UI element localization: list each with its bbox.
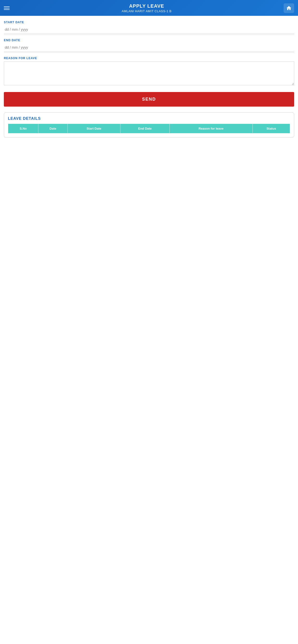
header-center: APPLY LEAVE AMLANI HARIT AMIT CLASS-1 B	[10, 3, 284, 13]
start-date-divider	[4, 34, 294, 35]
page-title: APPLY LEAVE	[10, 3, 284, 9]
leave-table-head: S.NoDateStart DateEnd DateReason for lea…	[8, 124, 290, 134]
leave-details-title: LEAVE DETAILS	[8, 116, 290, 121]
reason-label: REASON FOR LEAVE	[4, 56, 294, 60]
table-header-1: Date	[38, 124, 68, 134]
reason-group: REASON FOR LEAVE	[4, 56, 294, 86]
end-date-divider	[4, 52, 294, 53]
home-button[interactable]	[284, 3, 294, 13]
send-button[interactable]: SEND	[4, 92, 294, 106]
start-date-label: START DATE	[4, 20, 294, 24]
start-date-input[interactable]	[4, 26, 294, 34]
leave-table-header-row: S.NoDateStart DateEnd DateReason for lea…	[8, 124, 290, 134]
table-header-3: End Date	[120, 124, 169, 134]
student-info: AMLANI HARIT AMIT CLASS-1 B	[10, 9, 284, 13]
start-date-group: START DATE	[4, 20, 294, 35]
reason-textarea[interactable]	[4, 61, 294, 85]
table-header-0: S.No	[8, 124, 38, 134]
end-date-label: END DATE	[4, 38, 294, 42]
app-header: APPLY LEAVE AMLANI HARIT AMIT CLASS-1 B	[0, 0, 298, 16]
leave-table: S.NoDateStart DateEnd DateReason for lea…	[8, 124, 290, 134]
table-header-2: Start Date	[67, 124, 120, 134]
end-date-group: END DATE	[4, 38, 294, 53]
home-icon	[286, 5, 292, 11]
table-header-5: Status	[253, 124, 290, 134]
main-content: START DATE END DATE REASON FOR LEAVE SEN…	[0, 16, 298, 142]
menu-button[interactable]	[4, 6, 10, 10]
table-header-4: Reason for leave	[169, 124, 252, 134]
leave-details-card: LEAVE DETAILS S.NoDateStart DateEnd Date…	[4, 112, 294, 138]
end-date-input[interactable]	[4, 43, 294, 52]
